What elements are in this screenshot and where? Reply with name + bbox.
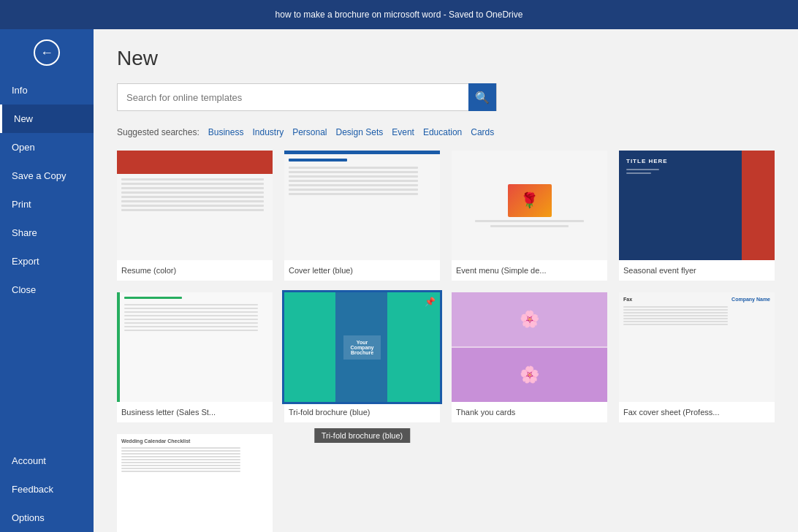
template-thumb-wedding-cal[interactable]: Wedding Calendar Checklist [117,434,273,532]
suggested-link-personal[interactable]: Personal [292,127,327,137]
back-icon: ← [40,45,53,61]
template-card-fax-cover-sheet[interactable]: Fax Company Name Fax cover sheet (Profes… [619,292,775,422]
templates-grid: Resume (color) Cover letter (blue) 🌹 Eve… [117,151,775,532]
sidebar-item-print[interactable]: Print [0,190,94,218]
sidebar-item-account[interactable]: Account [0,446,94,475]
suggested-link-cards[interactable]: Cards [471,127,494,137]
template-label-cover-letter-blue: Cover letter (blue) [284,260,440,281]
suggested-link-business[interactable]: Business [208,127,244,137]
sidebar-item-feedback[interactable]: Feedback [0,475,94,503]
sidebar-item-open[interactable]: Open [0,133,94,162]
sidebar: ← InfoNewOpenSave a CopyPrintShareExport… [0,29,94,532]
pin-icon: 📌 [425,297,436,307]
template-label-resume-color: Resume (color) [117,260,273,281]
template-card-tri-fold-brochure[interactable]: Your Company Brochure 📌Tri-fold brochure… [284,292,440,422]
sidebar-item-options[interactable]: Options [0,503,94,532]
template-card-thank-you-cards[interactable]: 🌸 🌸 Thank you cards [452,292,607,422]
template-label-tri-fold-brochure: Tri-fold brochure (blue) [284,402,440,422]
title-bar: how to make a brochure on microsoft word… [0,0,798,29]
template-tooltip: Tri-fold brochure (blue) [314,428,410,443]
template-label-fax-cover-sheet: Fax cover sheet (Profess... [619,402,775,422]
template-label-business-letter: Business letter (Sales St... [117,402,273,422]
template-thumb-fax-cover-sheet[interactable]: Fax Company Name Fax cover sheet (Profes… [619,292,775,422]
template-card-event-menu[interactable]: 🌹 Event menu (Simple de... [452,151,607,281]
template-card-wedding-cal[interactable]: Wedding Calendar Checklist [117,434,273,532]
main-content: New 🔍 Suggested searches: BusinessIndust… [94,29,798,532]
suggested-label: Suggested searches: [117,127,200,137]
search-bar: 🔍 [117,83,497,111]
sidebar-item-close[interactable]: Close [0,276,94,304]
sidebar-item-share[interactable]: Share [0,218,94,247]
back-button[interactable]: ← [0,29,94,76]
template-label-seasonal-flyer: Seasonal event flyer [619,260,775,281]
suggested-link-education[interactable]: Education [423,127,462,137]
sidebar-item-new[interactable]: New [0,104,94,133]
template-thumb-cover-letter-blue[interactable]: Cover letter (blue) [284,151,440,281]
template-thumb-business-letter[interactable]: Business letter (Sales St... [117,292,273,422]
suggested-link-event[interactable]: Event [392,127,414,137]
template-card-seasonal-flyer[interactable]: TITLE HERE Seasonal event flyer [619,151,775,281]
suggested-link-design-sets[interactable]: Design Sets [336,127,384,137]
template-thumb-event-menu[interactable]: 🌹 Event menu (Simple de... [452,151,607,281]
template-card-resume-color[interactable]: Resume (color) [117,151,273,281]
title-bar-text: how to make a brochure on microsoft word… [276,10,523,20]
sidebar-item-info[interactable]: Info [0,76,94,104]
search-icon: 🔍 [475,91,490,104]
template-thumb-thank-you-cards[interactable]: 🌸 🌸 Thank you cards [452,292,607,422]
sidebar-item-export[interactable]: Export [0,247,94,276]
template-card-cover-letter-blue[interactable]: Cover letter (blue) [284,151,440,281]
template-label-event-menu: Event menu (Simple de... [452,260,607,281]
sidebar-item-save-a-copy[interactable]: Save a Copy [0,162,94,190]
template-label-thank-you-cards: Thank you cards [452,402,607,422]
template-thumb-seasonal-flyer[interactable]: TITLE HERE Seasonal event flyer [619,151,775,281]
page-title: New [117,47,775,70]
template-thumb-tri-fold-brochure[interactable]: Your Company Brochure 📌Tri-fold brochure… [284,292,440,422]
search-button[interactable]: 🔍 [468,83,496,111]
template-thumb-resume-color[interactable]: Resume (color) [117,151,273,281]
suggested-searches: Suggested searches: BusinessIndustryPers… [94,120,798,145]
suggested-link-industry[interactable]: Industry [252,127,284,137]
template-card-business-letter[interactable]: Business letter (Sales St... [117,292,273,422]
search-input[interactable] [118,92,468,103]
